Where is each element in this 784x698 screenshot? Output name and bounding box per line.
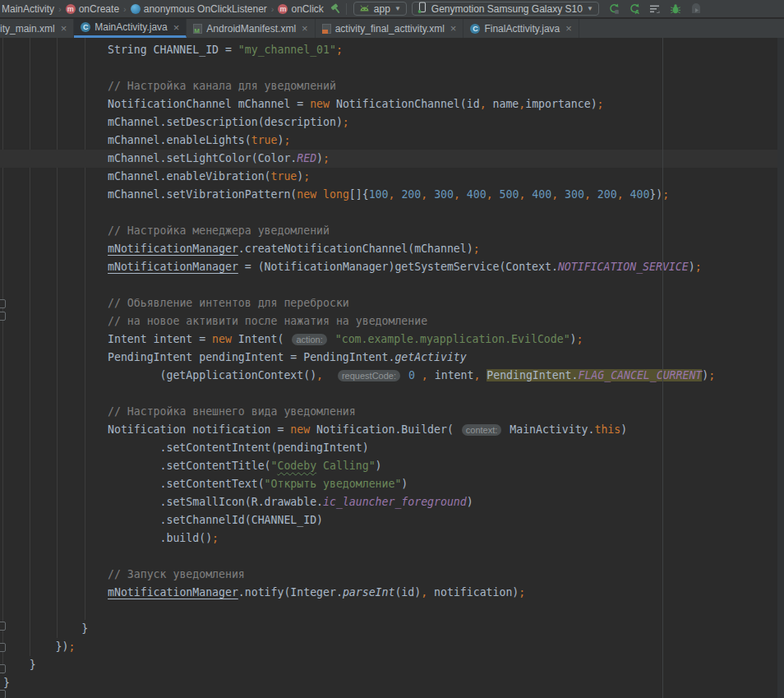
- manifest-file-icon: [193, 24, 202, 34]
- profile-icon[interactable]: [690, 3, 702, 15]
- breadcrumb-label: anonymous OnClickListener: [144, 3, 267, 15]
- code-line[interactable]: [3, 602, 784, 620]
- code-line[interactable]: String CHANNEL_ID = "my_channel_01";: [3, 41, 784, 59]
- code-line[interactable]: });: [3, 638, 784, 656]
- code-line[interactable]: }: [3, 656, 784, 674]
- tab-ity-main-xml[interactable]: ity_main.xml×: [0, 19, 74, 38]
- code-line[interactable]: .setContentTitle("Codeby Calling"): [3, 457, 784, 475]
- breadcrumb-separator: ›: [269, 4, 277, 14]
- hammer-icon[interactable]: [330, 3, 342, 15]
- editor-tabbar: ity_main.xml×CMainActivity.java×AndroidM…: [0, 19, 784, 38]
- code-line[interactable]: mNotificationManager.createNotificationC…: [3, 240, 784, 258]
- close-icon[interactable]: ×: [449, 23, 457, 34]
- code-line[interactable]: .setChannelId(CHANNEL_ID): [3, 511, 784, 529]
- tab-label: MainActivity.java: [95, 21, 167, 33]
- device-selector[interactable]: Genymotion Samsung Galaxy S10 ▼: [412, 2, 599, 16]
- breadcrumb-label: onCreate: [79, 3, 119, 15]
- code-line[interactable]: mChannel.enableVibration(true);: [3, 168, 784, 186]
- chevron-down-icon: ▼: [394, 5, 401, 12]
- svg-text:A: A: [634, 8, 639, 15]
- fold-marker-icon[interactable]: [0, 643, 6, 652]
- module-selector-label: app: [374, 3, 390, 15]
- code-line[interactable]: Intent intent = new Intent( action: "com…: [3, 331, 784, 349]
- device-selector-label: Genymotion Samsung Galaxy S10: [431, 3, 583, 15]
- class-anon-icon: [131, 4, 141, 14]
- tab-finalacttivity-java[interactable]: CFinalActtivity.java×: [463, 19, 579, 38]
- code-line[interactable]: // Запуск уведомления: [3, 566, 784, 584]
- apply-code-changes-icon[interactable]: A: [629, 3, 640, 15]
- java-class-icon: C: [81, 22, 90, 32]
- close-icon[interactable]: ×: [172, 22, 180, 33]
- code-line[interactable]: mNotificationManager = (NotificationMana…: [3, 258, 784, 276]
- code-line[interactable]: }: [3, 674, 784, 692]
- code-line[interactable]: }: [3, 620, 784, 638]
- code-line[interactable]: PendingIntent pendingIntent = PendingInt…: [3, 349, 784, 367]
- code-line[interactable]: mChannel.enableLights(true);: [3, 132, 784, 150]
- code-line[interactable]: Notification notification = new Notifica…: [3, 421, 784, 439]
- fold-marker-icon[interactable]: [0, 622, 6, 631]
- breadcrumb-label: MainActivity: [2, 3, 54, 15]
- fold-marker-icon[interactable]: [0, 312, 6, 321]
- fold-marker-icon[interactable]: [0, 299, 6, 308]
- tab-label: activity_final_acttivity.xml: [335, 23, 445, 35]
- breadcrumb-item-anonymous-onclicklistener[interactable]: anonymous OnClickListener: [129, 3, 269, 15]
- code-line[interactable]: [3, 385, 784, 403]
- tab-mainactivity-java[interactable]: CMainActivity.java×: [74, 19, 187, 38]
- ide-window: MainActivity›monCreate›anonymous OnClick…: [0, 0, 784, 698]
- breadcrumb-separator: ›: [121, 4, 129, 14]
- code-line[interactable]: .setSmallIcon(R.drawable.ic_launcher_for…: [3, 493, 784, 511]
- tab-activity-final-acttivity-xml[interactable]: activity_final_acttivity.xml×: [316, 19, 464, 38]
- close-icon[interactable]: ×: [59, 23, 67, 34]
- code-line[interactable]: // Настройка внешнего вида уведомления: [3, 403, 784, 421]
- code-line[interactable]: // Настройка канала для уведомлений: [3, 77, 784, 95]
- layout-file-icon: [322, 24, 331, 34]
- code-line[interactable]: // Обьявление интентов для переброски: [3, 294, 784, 312]
- code-editor[interactable]: String CHANNEL_ID = "my_channel_01"; // …: [0, 38, 784, 698]
- toolbar-separator: [346, 3, 347, 15]
- run-configurations-icon[interactable]: [649, 3, 661, 15]
- code-line[interactable]: mChannel.setVibrationPattern(new long[]{…: [3, 186, 784, 204]
- code-line[interactable]: NotificationChannel mChannel = new Notif…: [3, 95, 784, 113]
- module-selector[interactable]: app ▼: [353, 2, 407, 16]
- fold-marker-icon[interactable]: [0, 690, 6, 698]
- code-line[interactable]: .build();: [3, 529, 784, 548]
- code-line[interactable]: mChannel.setDescription(description);: [3, 113, 784, 132]
- apply-changes-icon[interactable]: [608, 3, 620, 15]
- breadcrumb-label: onClick: [291, 3, 323, 15]
- code-line[interactable]: [3, 276, 784, 294]
- code-line[interactable]: // Настройка менеджера уведомлений: [3, 222, 784, 240]
- code-line[interactable]: mChannel.setLightColor(Color.RED);: [0, 150, 784, 168]
- phone-icon: [417, 2, 427, 16]
- code-line[interactable]: .setContentText("Открыть уведомление"): [3, 475, 784, 493]
- breadcrumb-separator: ›: [56, 4, 64, 14]
- debug-icon[interactable]: [670, 3, 681, 15]
- fold-marker-icon[interactable]: [0, 664, 6, 673]
- java-class-icon: C: [470, 24, 480, 34]
- code-line[interactable]: [3, 548, 784, 566]
- breadcrumb: MainActivity›monCreate›anonymous OnClick…: [0, 0, 325, 18]
- method-icon: m: [278, 4, 288, 14]
- code-line[interactable]: (getApplicationContext(), requestCode: 0…: [3, 367, 784, 385]
- code-lines: String CHANNEL_ID = "my_channel_01"; // …: [0, 38, 784, 692]
- code-line[interactable]: [3, 204, 784, 222]
- close-icon[interactable]: ×: [300, 23, 308, 34]
- run-actions: A: [608, 3, 702, 15]
- method-icon: m: [66, 4, 76, 14]
- chevron-down-icon: ▼: [587, 5, 593, 12]
- tab-label: FinalActtivity.java: [484, 23, 560, 35]
- tab-label: ity_main.xml: [0, 23, 55, 35]
- breadcrumb-item-onclick[interactable]: monClick: [276, 3, 325, 15]
- code-line[interactable]: mNotificationManager.notify(Integer.pars…: [3, 584, 784, 602]
- breadcrumb-item-oncreate[interactable]: monCreate: [64, 3, 121, 15]
- code-line[interactable]: .setContentIntent(pendingIntent): [3, 439, 784, 457]
- close-icon[interactable]: ×: [564, 23, 572, 34]
- breadcrumb-item-mainactivity[interactable]: MainActivity: [0, 3, 56, 15]
- code-line[interactable]: [3, 59, 784, 77]
- tab-label: AndroidManifest.xml: [206, 23, 296, 35]
- scrollbar[interactable]: [777, 38, 784, 698]
- tab-androidmanifest-xml[interactable]: AndroidManifest.xml×: [187, 19, 315, 38]
- main-toolbar: MainActivity›monCreate›anonymous OnClick…: [0, 0, 784, 18]
- right-margin-guide: [662, 38, 663, 698]
- android-head-icon: [359, 3, 370, 15]
- code-line[interactable]: // на новое активити после нажатия на ув…: [3, 312, 784, 331]
